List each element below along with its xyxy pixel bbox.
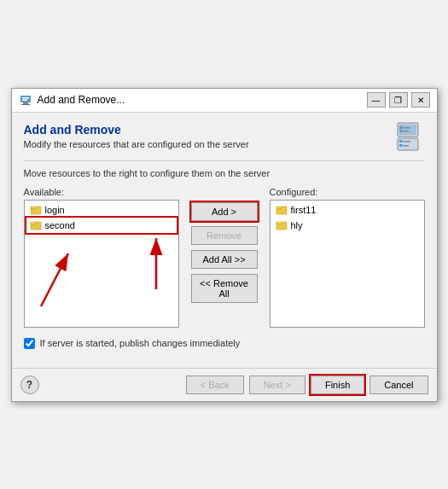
svg-rect-2	[22, 100, 27, 102]
available-label: Available:	[24, 187, 179, 197]
add-button[interactable]: Add >	[191, 202, 258, 221]
close-button[interactable]: ✕	[411, 92, 430, 108]
add-all-button[interactable]: Add All >>	[191, 250, 258, 269]
configured-list[interactable]: first11 hly	[270, 200, 425, 328]
configured-label: Configured:	[270, 187, 425, 197]
lists-area: Available: login	[24, 187, 425, 328]
svg-rect-0	[20, 96, 31, 102]
next-button[interactable]: Next >	[249, 375, 305, 394]
header-divider	[24, 160, 425, 161]
dialog-content: Add and Remove Modify the resources that…	[12, 113, 437, 368]
back-button[interactable]: < Back	[186, 375, 244, 394]
main-window: Add and Remove... — ❒ ✕ Add and Remove M…	[11, 88, 438, 402]
header-server-icon	[391, 119, 425, 154]
svg-rect-9	[399, 130, 403, 132]
header-left: Add and Remove Modify the resources that…	[24, 123, 391, 149]
folder-icon	[276, 219, 288, 231]
configured-section: Configured: first11	[270, 187, 425, 328]
svg-rect-12	[399, 140, 403, 143]
window-controls: — ❒ ✕	[367, 92, 430, 108]
list-item[interactable]: login	[26, 202, 177, 218]
remove-all-button[interactable]: << Remove All	[191, 274, 258, 303]
dialog-title: Add and Remove	[24, 123, 391, 137]
svg-rect-15	[404, 145, 409, 147]
svg-rect-4	[21, 104, 30, 105]
help-button[interactable]: ?	[20, 375, 39, 394]
publish-checkbox[interactable]	[24, 338, 35, 349]
instruction-text: Move resources to the right to configure…	[24, 168, 425, 178]
cancel-button[interactable]: Cancel	[369, 375, 428, 394]
list-item[interactable]: hly	[272, 218, 422, 233]
dialog-footer: ? < Back Next > Finish Cancel	[12, 368, 437, 401]
svg-rect-3	[23, 102, 28, 104]
list-item[interactable]: second	[26, 218, 177, 233]
svg-rect-8	[404, 127, 410, 129]
dialog-subtitle: Modify the resources that are configured…	[24, 139, 391, 149]
svg-rect-1	[22, 97, 29, 99]
restore-button[interactable]: ❒	[389, 92, 408, 108]
folder-icon	[30, 219, 42, 231]
available-section: Available: login	[24, 187, 179, 328]
checkbox-label: If server is started, publish changes im…	[40, 338, 241, 348]
configured-item-first11: first11	[291, 205, 317, 215]
available-item-login: login	[45, 205, 65, 215]
svg-rect-14	[399, 144, 403, 147]
section-header: Add and Remove Modify the resources that…	[24, 123, 425, 154]
minimize-button[interactable]: —	[367, 92, 386, 108]
window-icon	[19, 93, 32, 107]
checkbox-row: If server is started, publish changes im…	[24, 338, 425, 349]
folder-icon	[276, 204, 288, 216]
folder-icon	[30, 204, 42, 216]
svg-rect-7	[399, 126, 403, 129]
action-buttons: Add > Remove Add All >> << Remove All	[186, 187, 263, 303]
remove-button[interactable]: Remove	[191, 226, 258, 245]
window-title: Add and Remove...	[38, 94, 367, 106]
title-bar: Add and Remove... — ❒ ✕	[12, 89, 437, 113]
available-item-second: second	[45, 220, 75, 230]
finish-button[interactable]: Finish	[311, 375, 364, 394]
available-list[interactable]: login second	[24, 200, 179, 328]
configured-item-hly: hly	[291, 220, 303, 230]
list-item[interactable]: first11	[272, 202, 422, 218]
svg-rect-13	[404, 141, 410, 143]
svg-rect-10	[404, 131, 409, 132]
